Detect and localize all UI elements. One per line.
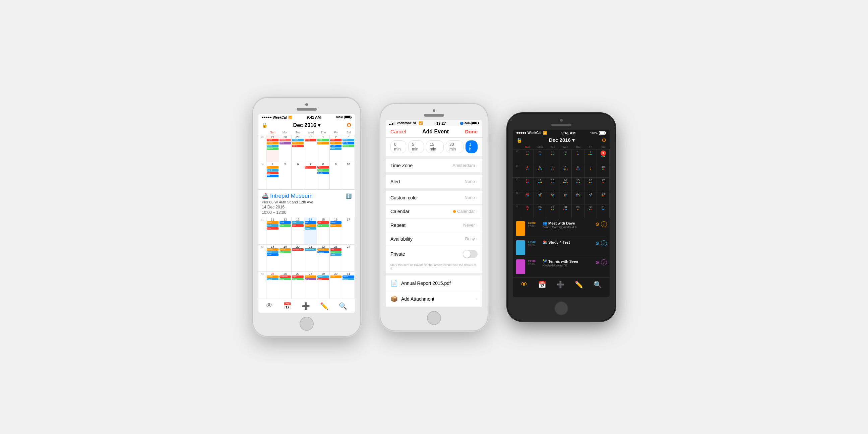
event-chip[interactable]: Devel <box>330 221 342 224</box>
event-chip[interactable]: Cab <box>267 227 279 230</box>
pill-30min[interactable]: 30 min <box>446 141 464 153</box>
day-11[interactable]: 11 Payd Harb Cab <box>267 217 279 244</box>
private-toggle[interactable] <box>463 250 477 258</box>
event-chip[interactable]: Kitra <box>317 224 329 227</box>
form-row-availability[interactable]: Availability Busy › <box>386 232 482 246</box>
home-button-3[interactable] <box>554 301 568 315</box>
dark-day-30[interactable]: 30 <box>559 150 572 164</box>
event-settings-icon-3[interactable]: ⚙ <box>595 260 599 265</box>
event-chip[interactable]: Asto <box>292 221 304 224</box>
day-1-dec[interactable]: 1 Drink Train <box>317 135 330 162</box>
event-chip[interactable]: JEK <box>317 221 329 224</box>
event-chip[interactable]: Me. <box>267 175 279 177</box>
event-chip[interactable]: Pictures <box>317 251 329 253</box>
cancel-button[interactable]: Cancel <box>391 129 406 134</box>
event-chip[interactable]: Wine <box>305 278 316 280</box>
day-21[interactable]: 21 Hotel Up Ea <box>304 245 317 272</box>
event-chip[interactable]: Phone <box>342 276 354 278</box>
event-chip[interactable]: Phone <box>342 278 354 280</box>
day-15[interactable]: 15 JEK Kitra <box>317 217 330 244</box>
event-chip[interactable]: Flight <box>292 276 304 278</box>
event-chip[interactable]: Train <box>317 142 329 145</box>
dark-event-meet-dave[interactable]: 10:00 17:00 👥 Meet with Dave Simon Carmi… <box>516 219 607 238</box>
day-14[interactable]: 14 Intr Meet Gugg <box>304 217 317 244</box>
event-chip[interactable]: Gugg <box>305 227 316 230</box>
home-button-2[interactable] <box>427 311 441 325</box>
day-23[interactable]: 23 Kaap Lemo Harbo <box>330 245 342 272</box>
event-chip[interactable]: Lemo <box>330 251 342 253</box>
event-chip[interactable]: Dinne <box>305 276 316 278</box>
day-19[interactable]: 19 Pack E Conc <box>279 245 292 272</box>
event-chip[interactable]: Harb <box>267 224 279 227</box>
day-6-dec[interactable]: 6 <box>291 162 304 189</box>
day-29-dec[interactable]: 29 Tennis Train 2 Dinn.. <box>291 135 304 162</box>
event-chip[interactable]: Flight <box>267 139 279 142</box>
dark-day-29[interactable]: 29 <box>546 150 559 164</box>
event-chip[interactable]: Holiday <box>267 276 279 278</box>
form-row-calendar[interactable]: Calendar Calendar › <box>386 205 482 218</box>
pill-0min[interactable]: 0 min <box>391 141 406 153</box>
search-button[interactable]: 🔍 <box>339 302 347 310</box>
event-chip[interactable]: Car C <box>267 251 279 253</box>
event-chip[interactable]: Kaap <box>330 248 342 251</box>
event-settings-icon-1[interactable]: ⚙ <box>595 221 599 227</box>
event-chip[interactable]: Table <box>267 145 279 148</box>
event-chip[interactable]: Grand <box>267 278 279 280</box>
day-25[interactable]: 25 Holiday Grand <box>267 272 279 299</box>
event-info-icon-2[interactable]: i <box>601 240 607 246</box>
dark-event-tennis[interactable]: 19:30 22:30 🎾 Tennis with Sven Kinderdij… <box>516 257 607 276</box>
day-18[interactable]: 18 Payday Car C Platfo <box>267 245 279 272</box>
event-chip[interactable]: Conc <box>279 251 291 253</box>
dark-event-study[interactable]: 17:30 19:00 📚 Study 4 Test ⚙ i <box>516 238 607 257</box>
event-chip[interactable]: Hotel Up Ea <box>305 248 316 251</box>
event-settings-icon-2[interactable]: ⚙ <box>595 241 599 246</box>
day-3-dec[interactable]: 3 Meet Study Tennis <box>342 135 355 162</box>
event-chip[interactable]: Tennis <box>292 139 304 142</box>
dark-add-button[interactable]: ➕ <box>556 280 565 288</box>
day-28-dec[interactable]: 28 Pacific Wine <box>279 135 292 162</box>
day-31[interactable]: 31 Phone Phone <box>342 272 355 299</box>
day-22[interactable]: 22 Caledon Pictures <box>317 245 330 272</box>
event-chip[interactable]: Paddle <box>267 142 279 145</box>
event-info-icon-3[interactable]: i <box>601 259 607 266</box>
event-chip[interactable]: Pack <box>279 221 291 224</box>
event-chip[interactable]: Caledon <box>317 248 329 251</box>
event-chip[interactable]: Trans <box>279 278 291 280</box>
dark-day-28[interactable]: 28 <box>534 150 547 164</box>
event-chip[interactable]: A-Fus <box>330 276 342 278</box>
event-chip[interactable]: Wine <box>279 142 291 145</box>
eye-button[interactable]: 👁 <box>266 302 273 310</box>
day-30-dec[interactable]: 30 Noort <box>304 135 317 162</box>
form-row-private[interactable]: Private <box>386 246 482 262</box>
done-button[interactable]: Done <box>465 129 477 134</box>
form-row-custom-color[interactable]: Custom color None › <box>386 191 482 205</box>
day-8-dec[interactable]: 8 Pill Apple Study <box>317 162 330 189</box>
event-chip[interactable]: Noort <box>305 139 316 142</box>
pill-15min[interactable]: 15 min <box>426 141 444 153</box>
dark-calendar-button[interactable]: 📅 <box>538 280 546 288</box>
home-button-1[interactable] <box>300 317 314 331</box>
day-9-dec[interactable]: 9 <box>330 162 342 189</box>
event-chip[interactable]: Belmond Mt <box>292 248 304 251</box>
day-10-dec[interactable]: 10 <box>342 162 355 189</box>
event-chip[interactable]: Tennis <box>342 145 354 148</box>
day-7-dec[interactable]: 7 Belm <box>304 162 317 189</box>
event-chip[interactable]: Car C <box>267 169 279 172</box>
event-chip[interactable]: Shops <box>267 148 279 150</box>
add-button[interactable]: ➕ <box>302 302 310 310</box>
day-28b[interactable]: 28 Dinne Wine <box>304 272 317 299</box>
add-attachment-row[interactable]: 📦 Add Attachment › <box>386 291 482 307</box>
event-chip[interactable]: Payd <box>267 221 279 224</box>
day-16[interactable]: 16 Devel Movie <box>330 217 342 244</box>
event-chip[interactable]: Harbo <box>330 253 342 256</box>
event-chip[interactable]: Apple <box>317 169 329 172</box>
event-chip[interactable]: Lur. <box>267 172 279 175</box>
day-4-dec[interactable]: 4 Pro. Car C Lur. Me. <box>267 162 279 189</box>
event-chip[interactable]: Pack E <box>279 248 291 251</box>
day-13[interactable]: 13 Asto IPO <box>291 217 304 244</box>
dark-day-27[interactable]: 27 <box>521 150 534 164</box>
event-chip[interactable]: Meet <box>342 139 354 142</box>
event-chip[interactable]: Dinn.. <box>292 145 304 148</box>
event-chip[interactable]: Pro. <box>267 166 279 168</box>
event-chip[interactable]: Drink <box>317 139 329 142</box>
